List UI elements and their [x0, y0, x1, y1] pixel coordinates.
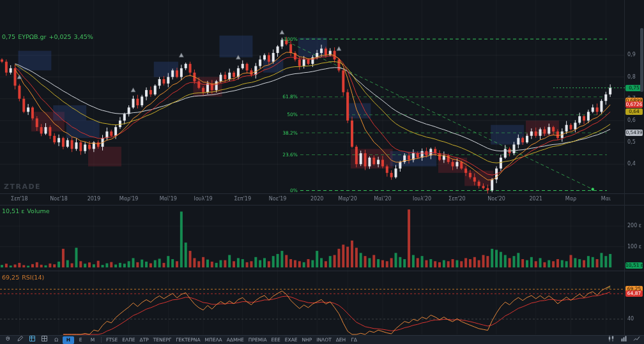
ticker-button-ΓΔ[interactable]: ΓΔ: [348, 336, 360, 344]
ticker-button-ΝΗΡ[interactable]: ΝΗΡ: [300, 336, 314, 344]
ticker-button-ΙΝΛΟΤ[interactable]: ΙΝΛΟΤ: [314, 336, 333, 344]
pencil-icon: [17, 335, 24, 344]
ticker-button-ΕΧΑΕ[interactable]: ΕΧΑΕ: [283, 336, 300, 344]
ticker-button-ΔΤΡ[interactable]: ΔΤΡ: [138, 336, 151, 344]
ticker-button-ΓΕΚΤΕΡΝΑ[interactable]: ΓΕΚΤΕΡΝΑ: [174, 336, 202, 344]
chart-type-group: [605, 336, 642, 344]
right-scrollbar[interactable]: [640, 0, 643, 335]
scrollbar-thumb[interactable]: [640, 28, 643, 92]
timeframe-button-Ε[interactable]: Ε: [75, 336, 86, 344]
candlestick-icon: [608, 335, 615, 344]
pencil-tool-button[interactable]: [14, 336, 26, 344]
timeframe-button-Ω[interactable]: Ω: [50, 336, 62, 344]
grid-icon: [41, 335, 48, 344]
toolbar-separator: [101, 337, 102, 343]
ticker-button-ΜΠΕΛΑ[interactable]: ΜΠΕΛΑ: [203, 336, 224, 344]
pan-hand-tool-button[interactable]: [2, 336, 13, 344]
trading-app-window: 0,75ΕΥΡΩΒ.gr+0,0253,45% 10,51 εVolume 69…: [0, 0, 644, 344]
bottom-toolbar: ΩΗΕΜ FTSEΕΛΠΕΔΤΡΤΕΝΕΡΓΓΕΚΤΕΡΝΑΜΠΕΛΑΑΔΜΗΕ…: [0, 335, 644, 344]
timeframe-group: ΩΗΕΜ: [50, 336, 98, 344]
grid-tool-button[interactable]: [38, 336, 50, 344]
timeframe-button-Η[interactable]: Η: [63, 336, 74, 344]
drawing-tools-group: [2, 336, 50, 344]
table-icon: [29, 335, 36, 344]
timeframe-button-Μ[interactable]: Μ: [87, 336, 98, 344]
ticker-button-ΕΛΠΕ[interactable]: ΕΛΠΕ: [120, 336, 137, 344]
bars-icon: [620, 335, 627, 344]
chart-canvas[interactable]: [0, 0, 644, 335]
chart-type-line-chart-button[interactable]: [631, 336, 642, 344]
ticker-button-ΑΔΜΗΕ[interactable]: ΑΔΜΗΕ: [225, 336, 246, 344]
ticker-tabs-group: FTSEΕΛΠΕΔΤΡΤΕΝΕΡΓΓΕΚΤΕΡΝΑΜΠΕΛΑΑΔΜΗΕΠΡΕΜΙ…: [104, 336, 360, 344]
ticker-button-FTSE[interactable]: FTSE: [104, 336, 119, 344]
ticker-button-ΤΕΝΕΡΓ[interactable]: ΤΕΝΕΡΓ: [151, 336, 173, 344]
ticker-button-ΠΡΕΜΙΑ[interactable]: ΠΡΕΜΙΑ: [247, 336, 269, 344]
ticker-button-ΔΕΗ[interactable]: ΔΕΗ: [334, 336, 348, 344]
chart-type-bars-button[interactable]: [618, 336, 629, 344]
pan-hand-icon: [4, 335, 12, 344]
line-chart-icon: [633, 335, 640, 344]
chart-type-candlestick-button[interactable]: [605, 336, 617, 344]
ticker-button-ΕΕΕ[interactable]: ΕΕΕ: [270, 336, 282, 344]
table-tool-button[interactable]: [26, 336, 38, 344]
